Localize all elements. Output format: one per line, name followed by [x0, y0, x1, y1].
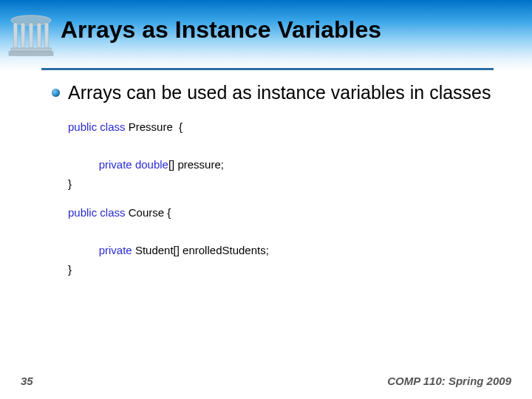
code-text: Course { [126, 206, 171, 219]
svg-rect-7 [11, 48, 51, 52]
code-block-2: public class Course { private Student[] … [68, 203, 502, 279]
keyword: private [99, 244, 132, 256]
svg-rect-3 [21, 23, 24, 48]
keyword: private double [99, 158, 168, 171]
code-text: Student[] enrolledStudents; [132, 244, 269, 256]
title-underline [41, 68, 494, 70]
code-text: } [68, 177, 72, 190]
bullet-icon [52, 89, 60, 97]
keyword: public class [68, 120, 126, 133]
svg-rect-2 [13, 23, 17, 48]
keyword: public class [68, 206, 126, 219]
svg-rect-5 [37, 23, 41, 48]
footer-text: COMP 110: Spring 2009 [387, 375, 511, 387]
svg-rect-8 [9, 52, 53, 55]
svg-rect-6 [44, 23, 48, 48]
logo-icon [6, 9, 56, 62]
slide-title: Arrays as Instance Variables [61, 16, 381, 44]
code-text: [] pressure; [168, 158, 224, 171]
code-text: } [68, 263, 72, 276]
code-text: Pressure { [126, 120, 183, 133]
bullet-item: Arrays can be used as instance variables… [52, 81, 502, 104]
bullet-text: Arrays can be used as instance variables… [68, 82, 491, 103]
slide: Arrays as Instance Variables Arrays can … [0, 0, 532, 399]
code-block-1: public class Pressure { private double[]… [68, 117, 502, 193]
slide-number: 35 [21, 375, 33, 387]
svg-rect-4 [29, 23, 33, 48]
body-content: Arrays can be used as instance variables… [52, 81, 502, 289]
